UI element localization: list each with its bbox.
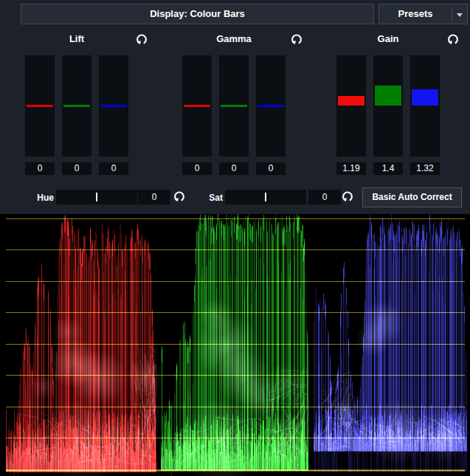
display-mode-button[interactable]: Display: Colour Bars <box>21 4 374 24</box>
colour-correction-panel: Display: Colour Bars Presets Lift 0 0 0 … <box>0 0 470 476</box>
section-title-gamma: Gamma <box>182 33 286 44</box>
reset-icon <box>173 190 186 203</box>
presets-label: Presets <box>379 4 452 24</box>
lift-red-slider[interactable] <box>25 55 55 156</box>
gamma-red-slider[interactable] <box>182 55 212 156</box>
gamma-green-value[interactable]: 0 <box>219 162 249 175</box>
section-title-lift: Lift <box>25 33 128 44</box>
gamma-blue-slider[interactable] <box>256 55 286 156</box>
slider-handle[interactable] <box>184 105 210 107</box>
slider-handle[interactable] <box>258 105 284 107</box>
presets-divider <box>452 7 452 21</box>
sat-slider[interactable] <box>225 190 306 204</box>
hue-slider[interactable] <box>56 190 137 204</box>
gamma-red-value[interactable]: 0 <box>182 162 212 175</box>
slider-handle[interactable] <box>100 105 127 107</box>
slider-handle[interactable] <box>221 105 247 107</box>
chevron-down-icon[interactable] <box>457 13 463 17</box>
slider-cursor <box>96 193 97 201</box>
sat-label: Sat <box>198 193 223 203</box>
slider-handle[interactable] <box>63 105 90 107</box>
sat-reset-button[interactable] <box>341 190 354 203</box>
gain-blue-slider[interactable] <box>410 55 440 156</box>
lift-blue-value[interactable]: 0 <box>99 162 128 175</box>
hue-reset-button[interactable] <box>173 190 186 203</box>
reset-icon <box>135 32 148 46</box>
basic-auto-correct-button[interactable]: Basic Auto Correct <box>362 187 462 207</box>
reset-icon <box>341 190 354 203</box>
hue-value[interactable]: 0 <box>138 190 170 204</box>
lift-green-slider[interactable] <box>62 55 91 156</box>
waveform-scope <box>0 214 470 476</box>
slider-handle[interactable] <box>27 105 53 107</box>
gamma-blue-value[interactable]: 0 <box>256 162 286 175</box>
lift-red-value[interactable]: 0 <box>25 162 55 175</box>
section-title-gain: Gain <box>336 33 440 44</box>
slider-handle[interactable] <box>412 89 438 106</box>
slider-handle[interactable] <box>338 96 364 106</box>
reset-icon <box>290 32 303 46</box>
gain-red-slider[interactable] <box>336 55 366 156</box>
lift-green-value[interactable]: 0 <box>62 162 91 175</box>
presets-button[interactable]: Presets <box>379 4 468 24</box>
slider-cursor <box>265 193 266 201</box>
sat-value[interactable]: 0 <box>308 190 341 204</box>
gain-green-slider[interactable] <box>373 55 403 156</box>
gain-blue-value[interactable]: 1.32 <box>410 162 440 175</box>
gain-red-value[interactable]: 1.19 <box>336 162 366 175</box>
reset-icon <box>446 32 460 46</box>
gain-reset-button[interactable] <box>446 32 460 46</box>
lift-reset-button[interactable] <box>135 32 148 46</box>
hue-label: Hue <box>28 193 54 203</box>
gain-green-value[interactable]: 1.4 <box>373 162 403 175</box>
lift-blue-slider[interactable] <box>99 55 128 156</box>
slider-handle[interactable] <box>375 86 401 106</box>
gamma-reset-button[interactable] <box>290 32 303 46</box>
gamma-green-slider[interactable] <box>219 55 249 156</box>
